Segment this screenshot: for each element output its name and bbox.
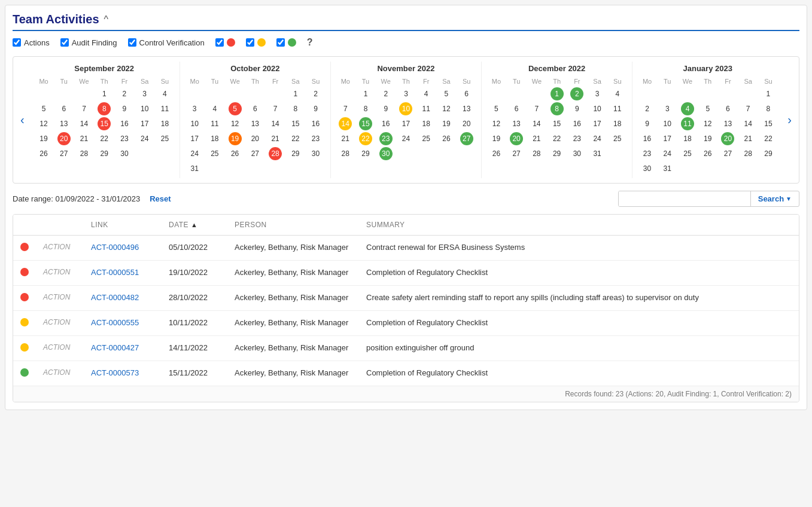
calendar-day[interactable]: 23 <box>309 132 323 145</box>
calendar-day[interactable]: 23 <box>570 132 583 145</box>
calendar-day[interactable]: 30 <box>570 147 583 160</box>
calendar-day[interactable]: 3 <box>399 87 412 100</box>
calendar-day[interactable]: 6 <box>460 87 473 100</box>
calendar-day[interactable]: 20 <box>57 132 71 145</box>
calendar-day[interactable]: 7 <box>339 102 352 115</box>
calendar-day[interactable]: 10 <box>591 102 604 115</box>
calendar-day[interactable]: 1 <box>289 87 302 100</box>
calendar-day[interactable]: 1 <box>98 87 111 100</box>
record-link[interactable]: ACT-0000551 <box>91 268 139 277</box>
calendar-day[interactable]: 25 <box>681 147 694 160</box>
record-link[interactable]: ACT-0000496 <box>91 243 139 252</box>
calendar-day[interactable]: 11 <box>611 102 624 115</box>
calendar-day[interactable]: 23 <box>379 132 393 145</box>
calendar-day[interactable]: 2 <box>379 87 393 100</box>
calendar-day[interactable]: 30 <box>641 162 654 175</box>
calendar-day[interactable]: 19 <box>440 117 453 130</box>
calendar-day[interactable]: 20 <box>721 132 734 145</box>
calendar-day[interactable]: 22 <box>98 132 111 145</box>
calendar-day[interactable]: 11 <box>158 102 171 115</box>
calendar-day[interactable]: 16 <box>379 117 393 130</box>
calendar-day[interactable]: 27 <box>460 132 473 145</box>
calendar-day[interactable]: 2 <box>309 87 323 100</box>
record-link[interactable]: ACT-0000427 <box>91 343 139 352</box>
green-checkbox[interactable] <box>276 38 285 47</box>
calendar-day[interactable]: 9 <box>641 117 654 130</box>
calendar-day[interactable]: 18 <box>681 132 694 145</box>
calendar-day[interactable]: 29 <box>98 147 111 160</box>
calendar-day[interactable]: 4 <box>158 87 171 100</box>
calendar-day[interactable]: 21 <box>77 132 90 145</box>
control-verification-checkbox[interactable] <box>128 38 136 47</box>
calendar-day[interactable]: 13 <box>57 117 71 130</box>
calendar-day[interactable]: 3 <box>661 102 674 115</box>
calendar-day[interactable]: 6 <box>248 102 261 115</box>
calendar-day[interactable]: 22 <box>762 132 775 145</box>
calendar-day[interactable]: 27 <box>57 147 71 160</box>
calendar-day[interactable]: 4 <box>208 102 221 115</box>
calendar-day[interactable]: 21 <box>741 132 755 145</box>
calendar-day[interactable]: 28 <box>269 147 282 160</box>
calendar-day[interactable]: 18 <box>208 132 221 145</box>
calendar-day[interactable]: 11 <box>419 102 433 115</box>
calendar-day[interactable]: 28 <box>741 147 755 160</box>
calendar-day[interactable]: 15 <box>289 117 302 130</box>
calendar-day[interactable]: 5 <box>229 102 242 115</box>
calendar-day[interactable]: 6 <box>57 102 71 115</box>
calendar-day[interactable]: 8 <box>762 102 775 115</box>
yellow-checkbox[interactable] <box>246 38 254 47</box>
calendar-day[interactable]: 10 <box>661 117 674 130</box>
record-link[interactable]: ACT-0000555 <box>91 318 139 327</box>
col-link[interactable]: LINK <box>84 215 162 236</box>
calendar-day[interactable]: 16 <box>570 117 583 130</box>
calendar-day[interactable]: 10 <box>399 102 412 115</box>
calendar-day[interactable]: 7 <box>741 102 755 115</box>
calendar-day[interactable]: 20 <box>460 117 473 130</box>
calendar-day[interactable]: 25 <box>208 147 221 160</box>
calendar-day[interactable]: 26 <box>489 147 503 160</box>
calendar-day[interactable]: 13 <box>460 102 473 115</box>
calendar-day[interactable]: 4 <box>419 87 433 100</box>
record-link[interactable]: ACT-0000573 <box>91 368 139 377</box>
calendar-day[interactable]: 2 <box>570 87 583 100</box>
calendar-day[interactable]: 14 <box>530 117 543 130</box>
calendar-day[interactable]: 22 <box>359 132 372 145</box>
red-checkbox[interactable] <box>215 38 224 47</box>
calendar-day[interactable]: 29 <box>289 147 302 160</box>
calendar-day[interactable]: 6 <box>510 102 523 115</box>
calendar-day[interactable]: 13 <box>510 117 523 130</box>
calendar-day[interactable]: 27 <box>248 147 261 160</box>
calendar-day[interactable]: 15 <box>98 117 111 130</box>
calendar-day[interactable]: 21 <box>339 132 352 145</box>
calendar-day[interactable]: 11 <box>208 117 221 130</box>
calendar-day[interactable]: 30 <box>118 147 131 160</box>
calendar-day[interactable]: 5 <box>440 87 453 100</box>
calendar-day[interactable]: 7 <box>77 102 90 115</box>
calendar-day[interactable]: 14 <box>269 117 282 130</box>
calendar-day[interactable]: 22 <box>289 132 302 145</box>
calendar-day[interactable]: 28 <box>339 147 352 160</box>
calendar-day[interactable]: 9 <box>309 102 323 115</box>
calendar-day[interactable]: 21 <box>269 132 282 145</box>
calendar-day[interactable]: 17 <box>399 117 412 130</box>
calendar-day[interactable]: 31 <box>591 147 604 160</box>
calendar-day[interactable]: 2 <box>641 102 654 115</box>
calendar-day[interactable]: 27 <box>721 147 734 160</box>
calendar-day[interactable]: 9 <box>118 102 131 115</box>
calendar-day[interactable]: 25 <box>611 132 624 145</box>
calendar-day[interactable]: 7 <box>530 102 543 115</box>
calendar-day[interactable]: 19 <box>489 132 503 145</box>
calendar-day[interactable]: 29 <box>359 147 372 160</box>
calendar-day[interactable]: 3 <box>591 87 604 100</box>
calendar-day[interactable]: 26 <box>440 132 453 145</box>
calendar-day[interactable]: 16 <box>309 117 323 130</box>
calendar-day[interactable]: 9 <box>379 102 393 115</box>
audit-finding-checkbox[interactable] <box>60 38 69 47</box>
calendar-day[interactable]: 25 <box>419 132 433 145</box>
calendar-day[interactable]: 24 <box>188 147 201 160</box>
search-input[interactable] <box>619 191 750 206</box>
calendar-day[interactable]: 29 <box>551 147 564 160</box>
calendar-day[interactable]: 31 <box>661 162 674 175</box>
calendar-day[interactable]: 20 <box>510 132 523 145</box>
calendar-day[interactable]: 3 <box>188 102 201 115</box>
